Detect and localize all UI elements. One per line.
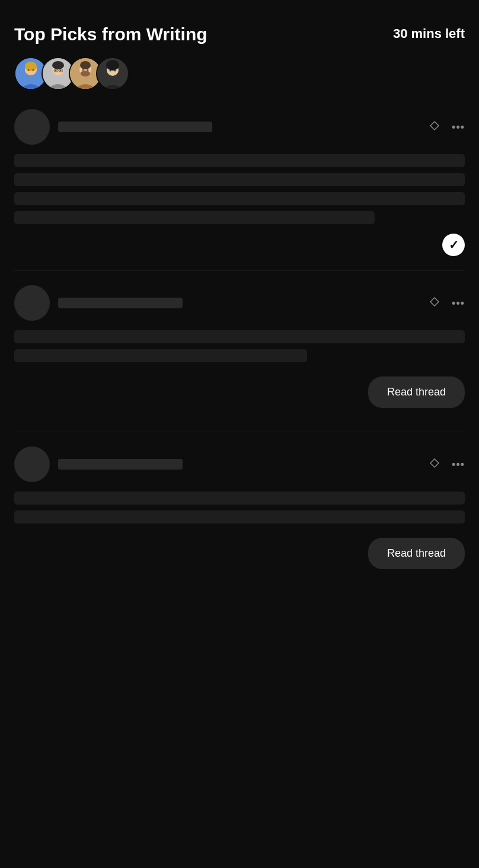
card-1-author bbox=[14, 109, 428, 145]
card-2: ••• Read thread bbox=[14, 285, 465, 417]
check-circle-1: ✓ bbox=[442, 234, 465, 256]
card-3-author-name bbox=[58, 459, 183, 470]
skeleton-bar bbox=[14, 192, 465, 205]
svg-point-23 bbox=[114, 70, 116, 72]
card-1-content bbox=[14, 154, 465, 224]
tag-icon-1[interactable] bbox=[428, 119, 441, 135]
check-icon-1: ✓ bbox=[449, 238, 459, 252]
card-3-content bbox=[14, 492, 465, 524]
tag-icon-2[interactable] bbox=[428, 295, 441, 311]
svg-point-4 bbox=[28, 69, 30, 71]
skeleton-bar bbox=[14, 510, 465, 524]
card-2-content bbox=[14, 330, 465, 362]
svg-point-18 bbox=[87, 69, 89, 71]
avatar-row bbox=[14, 57, 465, 90]
card-3: ••• Read thread bbox=[14, 446, 465, 579]
svg-point-8 bbox=[52, 61, 64, 69]
card-2-author-name bbox=[58, 298, 183, 308]
svg-point-10 bbox=[60, 70, 62, 72]
skeleton-bar bbox=[14, 492, 465, 505]
svg-point-17 bbox=[82, 69, 84, 71]
read-thread-button-1[interactable]: Read thread bbox=[368, 376, 465, 408]
page-header: Top Picks from Writing 30 mins left bbox=[14, 24, 465, 45]
skeleton-bar bbox=[14, 349, 307, 362]
separator-1 bbox=[14, 270, 465, 271]
more-icon-3[interactable]: ••• bbox=[452, 458, 465, 471]
card-1: ••• ✓ bbox=[14, 109, 465, 256]
skeleton-bar bbox=[14, 211, 375, 224]
svg-point-5 bbox=[33, 69, 34, 71]
card-2-author bbox=[14, 285, 428, 321]
card-3-author bbox=[14, 446, 428, 482]
avatar-4[interactable] bbox=[96, 57, 129, 90]
card-1-avatar bbox=[14, 109, 50, 145]
svg-point-21 bbox=[106, 60, 119, 71]
tag-icon-3[interactable] bbox=[428, 457, 441, 473]
card-1-author-name bbox=[58, 122, 212, 132]
card-3-avatar bbox=[14, 446, 50, 482]
time-left: 30 mins left bbox=[393, 26, 465, 42]
skeleton-bar bbox=[14, 330, 465, 343]
card-2-avatar bbox=[14, 285, 50, 321]
more-icon-1[interactable]: ••• bbox=[452, 121, 465, 133]
skeleton-bar bbox=[14, 173, 465, 186]
svg-point-3 bbox=[25, 62, 37, 71]
svg-point-9 bbox=[55, 70, 57, 72]
page-title: Top Picks from Writing bbox=[14, 24, 207, 45]
svg-point-16 bbox=[81, 71, 90, 76]
skeleton-bar bbox=[14, 154, 465, 167]
svg-point-22 bbox=[110, 70, 111, 72]
svg-point-15 bbox=[80, 61, 91, 69]
separator-2 bbox=[14, 432, 465, 432]
more-icon-2[interactable]: ••• bbox=[452, 297, 465, 309]
read-thread-button-2[interactable]: Read thread bbox=[368, 538, 465, 569]
